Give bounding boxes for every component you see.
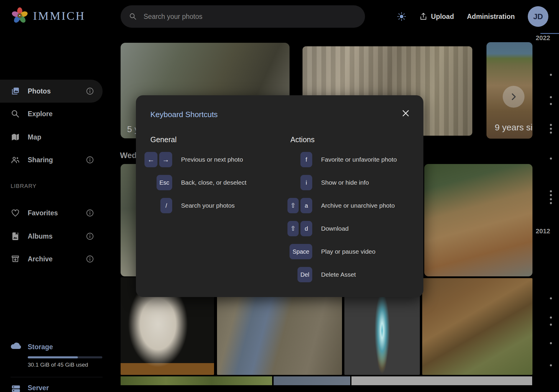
shortcut-label: Back, close, or deselect	[181, 179, 246, 186]
sidebar-item-archive[interactable]: Archive	[0, 247, 103, 270]
keycap-a: a	[300, 198, 312, 213]
photos-icon	[11, 86, 20, 96]
keycap-space: Space	[290, 244, 312, 259]
shortcut-label: Archive or unarchive photo	[321, 202, 395, 209]
timeline-scrubber[interactable]: 2022 2012	[527, 31, 559, 392]
keycap-slash: /	[160, 198, 172, 213]
sidebar-item-label: Map	[28, 133, 41, 141]
sidebar-divider	[11, 377, 103, 377]
shortcut-row: Del Delete Asset	[290, 263, 420, 286]
shortcut-row: Space Play or pause video	[290, 240, 420, 263]
sidebar: Photos Explore Map	[0, 33, 103, 392]
sidebar-item-favorites[interactable]: Favorites	[0, 201, 103, 224]
shortcut-row: ⇧ d Download	[290, 217, 420, 240]
search-icon	[11, 109, 20, 119]
info-icon[interactable]	[86, 156, 94, 164]
shortcut-row: f Favorite or unfavorite photo	[290, 148, 420, 171]
sidebar-item-albums[interactable]: Albums	[0, 225, 103, 248]
keycap-del: Del	[297, 267, 312, 282]
shortcut-label: Show or hide info	[321, 179, 369, 186]
cloud-icon	[10, 341, 22, 350]
scrubber-dot	[550, 158, 552, 160]
sidebar-item-label: Archive	[28, 255, 52, 263]
storage-title: Storage	[28, 343, 53, 351]
sidebar-item-sharing[interactable]: Sharing	[0, 148, 103, 171]
photo-thumbnail-canyon[interactable]: 9 years si	[486, 42, 532, 139]
scrubber-dot	[550, 103, 552, 105]
immich-app: 5 y 9 years si Wed, 2022 2012	[0, 0, 559, 392]
keycap-esc: Esc	[157, 175, 172, 190]
upload-icon	[419, 12, 428, 21]
immich-logo[interactable]: IMMICH	[11, 7, 85, 24]
people-icon	[11, 155, 20, 165]
chevron-right-icon	[509, 92, 519, 102]
photo-thumbnail-sky-strip[interactable]	[274, 376, 350, 385]
scrubber-year-label: 2012	[528, 227, 550, 235]
theme-toggle-sun-icon[interactable]	[397, 12, 406, 21]
shortcut-label: Delete Asset	[321, 271, 356, 278]
info-icon[interactable]	[86, 232, 94, 240]
shortcut-label: Previous or next photo	[181, 156, 243, 163]
modal-title: Keyboard Shortcuts	[150, 110, 218, 119]
avatar-initials: JD	[533, 12, 543, 21]
column-heading: General	[150, 134, 280, 145]
column-heading: Actions	[290, 134, 420, 145]
sidebar-item-label: Albums	[28, 232, 52, 240]
scrubber-dot	[550, 132, 552, 134]
info-icon[interactable]	[86, 209, 94, 217]
sidebar-item-label: Favorites	[28, 209, 58, 217]
info-icon[interactable]	[86, 255, 94, 263]
brand-name: IMMICH	[33, 9, 85, 23]
shortcut-row: ⇧ a Archive or unarchive photo	[290, 194, 420, 217]
scrubber-year-label: 2022	[528, 34, 550, 42]
sidebar-item-photos[interactable]: Photos	[0, 80, 103, 103]
user-avatar[interactable]: JD	[528, 6, 548, 27]
administration-link[interactable]: Administration	[467, 13, 515, 21]
scrubber-dot	[550, 316, 552, 319]
photo-thumbnail-cliff-beach[interactable]	[424, 164, 532, 276]
keycap-d: d	[300, 221, 312, 236]
keycap-i: i	[300, 175, 312, 190]
immich-flower-icon	[11, 7, 28, 24]
scrubber-dot	[550, 74, 552, 76]
search-bar[interactable]	[121, 5, 365, 28]
search-icon	[129, 12, 137, 21]
shortcut-label: Search your photos	[181, 202, 235, 209]
scrubber-dot	[550, 364, 552, 366]
upload-label: Upload	[431, 13, 454, 21]
top-bar: IMMICH	[0, 0, 559, 33]
keycap-shift: ⇧	[287, 221, 299, 236]
modal-close-button[interactable]	[401, 108, 411, 118]
info-icon[interactable]	[86, 87, 94, 95]
album-icon	[11, 232, 20, 241]
storage-progress-fill	[28, 356, 78, 358]
keycap-arrow-left: ←	[144, 152, 157, 167]
storage-usage-text: 30.1 GiB of 45 GiB used	[28, 362, 88, 368]
shortcuts-column-general: General ← → Previous or next photo Esc B…	[150, 134, 280, 217]
scrubber-dot	[550, 342, 552, 344]
sidebar-item-explore[interactable]: Explore	[0, 102, 103, 125]
shortcut-row: / Search your photos	[150, 194, 280, 217]
keycap-arrow-right: →	[159, 152, 172, 167]
photo-thumbnail-gray-strip[interactable]	[351, 376, 532, 385]
scrubber-position-line	[540, 33, 559, 34]
shortcut-label: Download	[321, 225, 348, 232]
shortcuts-column-actions: Actions f Favorite or unfavorite photo i…	[290, 134, 420, 286]
close-icon	[401, 109, 410, 118]
photo-thumbnail-lizard[interactable]	[422, 278, 532, 375]
sidebar-item-label: Sharing	[28, 156, 53, 164]
scrubber-dot	[550, 297, 552, 299]
memory-next-button[interactable]	[503, 86, 525, 108]
photo-thumbnail-grass-strip[interactable]	[121, 376, 272, 385]
scrubber-dot	[550, 198, 552, 200]
scrubber-dot	[550, 128, 552, 130]
keycap-f: f	[300, 152, 312, 167]
scrubber-dot	[550, 202, 552, 204]
keycap-shift: ⇧	[287, 198, 299, 213]
shortcut-label: Play or pause video	[321, 248, 375, 255]
server-title: Server	[28, 384, 49, 392]
storage-progress-bar	[28, 356, 102, 358]
search-input[interactable]	[143, 12, 321, 21]
sidebar-item-map[interactable]: Map	[0, 126, 103, 149]
upload-button[interactable]: Upload	[419, 12, 454, 21]
